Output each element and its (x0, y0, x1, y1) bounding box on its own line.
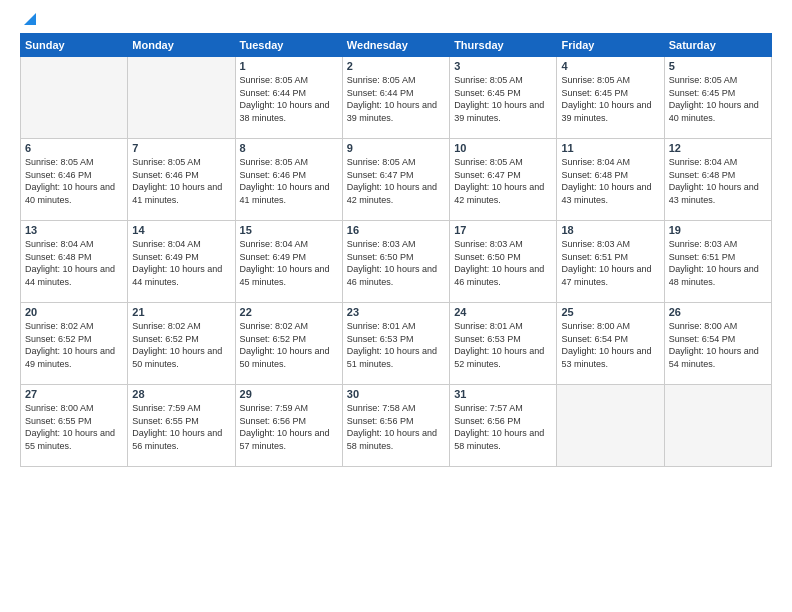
calendar-cell: 12Sunrise: 8:04 AM Sunset: 6:48 PM Dayli… (664, 139, 771, 221)
day-number: 25 (561, 306, 659, 318)
day-number: 15 (240, 224, 338, 236)
day-info: Sunrise: 8:04 AM Sunset: 6:48 PM Dayligh… (561, 156, 659, 206)
calendar-cell: 17Sunrise: 8:03 AM Sunset: 6:50 PM Dayli… (450, 221, 557, 303)
day-number: 26 (669, 306, 767, 318)
day-number: 14 (132, 224, 230, 236)
calendar-week-row: 27Sunrise: 8:00 AM Sunset: 6:55 PM Dayli… (21, 385, 772, 467)
day-number: 22 (240, 306, 338, 318)
calendar-cell: 31Sunrise: 7:57 AM Sunset: 6:56 PM Dayli… (450, 385, 557, 467)
day-info: Sunrise: 8:04 AM Sunset: 6:48 PM Dayligh… (25, 238, 123, 288)
calendar-week-row: 20Sunrise: 8:02 AM Sunset: 6:52 PM Dayli… (21, 303, 772, 385)
day-info: Sunrise: 8:01 AM Sunset: 6:53 PM Dayligh… (347, 320, 445, 370)
day-number: 11 (561, 142, 659, 154)
weekday-header-tuesday: Tuesday (235, 34, 342, 57)
calendar-cell: 7Sunrise: 8:05 AM Sunset: 6:46 PM Daylig… (128, 139, 235, 221)
day-info: Sunrise: 8:05 AM Sunset: 6:44 PM Dayligh… (347, 74, 445, 124)
day-number: 13 (25, 224, 123, 236)
weekday-header-row: SundayMondayTuesdayWednesdayThursdayFrid… (21, 34, 772, 57)
calendar-cell: 21Sunrise: 8:02 AM Sunset: 6:52 PM Dayli… (128, 303, 235, 385)
logo-wrapper (20, 15, 38, 27)
header (20, 15, 772, 23)
day-info: Sunrise: 7:59 AM Sunset: 6:56 PM Dayligh… (240, 402, 338, 452)
day-info: Sunrise: 8:03 AM Sunset: 6:50 PM Dayligh… (454, 238, 552, 288)
day-number: 5 (669, 60, 767, 72)
logo (20, 15, 38, 23)
calendar-cell (664, 385, 771, 467)
day-info: Sunrise: 8:04 AM Sunset: 6:49 PM Dayligh… (132, 238, 230, 288)
day-number: 4 (561, 60, 659, 72)
calendar-cell: 15Sunrise: 8:04 AM Sunset: 6:49 PM Dayli… (235, 221, 342, 303)
calendar-week-row: 13Sunrise: 8:04 AM Sunset: 6:48 PM Dayli… (21, 221, 772, 303)
day-number: 21 (132, 306, 230, 318)
day-number: 20 (25, 306, 123, 318)
day-number: 29 (240, 388, 338, 400)
page: SundayMondayTuesdayWednesdayThursdayFrid… (0, 0, 792, 612)
weekday-header-friday: Friday (557, 34, 664, 57)
calendar-cell: 30Sunrise: 7:58 AM Sunset: 6:56 PM Dayli… (342, 385, 449, 467)
weekday-header-saturday: Saturday (664, 34, 771, 57)
day-info: Sunrise: 8:05 AM Sunset: 6:47 PM Dayligh… (454, 156, 552, 206)
day-number: 23 (347, 306, 445, 318)
calendar-cell: 18Sunrise: 8:03 AM Sunset: 6:51 PM Dayli… (557, 221, 664, 303)
day-info: Sunrise: 7:59 AM Sunset: 6:55 PM Dayligh… (132, 402, 230, 452)
weekday-header-sunday: Sunday (21, 34, 128, 57)
day-number: 10 (454, 142, 552, 154)
day-number: 2 (347, 60, 445, 72)
day-info: Sunrise: 8:05 AM Sunset: 6:44 PM Dayligh… (240, 74, 338, 124)
day-info: Sunrise: 8:03 AM Sunset: 6:51 PM Dayligh… (669, 238, 767, 288)
calendar-cell (128, 57, 235, 139)
day-number: 6 (25, 142, 123, 154)
calendar-cell: 29Sunrise: 7:59 AM Sunset: 6:56 PM Dayli… (235, 385, 342, 467)
day-info: Sunrise: 8:05 AM Sunset: 6:46 PM Dayligh… (132, 156, 230, 206)
day-info: Sunrise: 8:03 AM Sunset: 6:50 PM Dayligh… (347, 238, 445, 288)
day-number: 31 (454, 388, 552, 400)
day-info: Sunrise: 8:05 AM Sunset: 6:46 PM Dayligh… (25, 156, 123, 206)
day-info: Sunrise: 8:00 AM Sunset: 6:55 PM Dayligh… (25, 402, 123, 452)
calendar-cell: 6Sunrise: 8:05 AM Sunset: 6:46 PM Daylig… (21, 139, 128, 221)
calendar-cell: 10Sunrise: 8:05 AM Sunset: 6:47 PM Dayli… (450, 139, 557, 221)
calendar-cell: 4Sunrise: 8:05 AM Sunset: 6:45 PM Daylig… (557, 57, 664, 139)
day-number: 8 (240, 142, 338, 154)
day-info: Sunrise: 8:00 AM Sunset: 6:54 PM Dayligh… (669, 320, 767, 370)
calendar-cell: 24Sunrise: 8:01 AM Sunset: 6:53 PM Dayli… (450, 303, 557, 385)
weekday-header-wednesday: Wednesday (342, 34, 449, 57)
day-info: Sunrise: 8:04 AM Sunset: 6:48 PM Dayligh… (669, 156, 767, 206)
calendar-cell: 23Sunrise: 8:01 AM Sunset: 6:53 PM Dayli… (342, 303, 449, 385)
day-number: 7 (132, 142, 230, 154)
calendar-cell: 25Sunrise: 8:00 AM Sunset: 6:54 PM Dayli… (557, 303, 664, 385)
svg-marker-0 (24, 13, 36, 25)
calendar-cell: 8Sunrise: 8:05 AM Sunset: 6:46 PM Daylig… (235, 139, 342, 221)
day-number: 30 (347, 388, 445, 400)
calendar-cell: 20Sunrise: 8:02 AM Sunset: 6:52 PM Dayli… (21, 303, 128, 385)
calendar-table: SundayMondayTuesdayWednesdayThursdayFrid… (20, 33, 772, 467)
calendar-cell (21, 57, 128, 139)
calendar-cell: 26Sunrise: 8:00 AM Sunset: 6:54 PM Dayli… (664, 303, 771, 385)
calendar-cell: 27Sunrise: 8:00 AM Sunset: 6:55 PM Dayli… (21, 385, 128, 467)
day-info: Sunrise: 8:05 AM Sunset: 6:45 PM Dayligh… (454, 74, 552, 124)
day-info: Sunrise: 7:57 AM Sunset: 6:56 PM Dayligh… (454, 402, 552, 452)
day-info: Sunrise: 8:02 AM Sunset: 6:52 PM Dayligh… (132, 320, 230, 370)
day-number: 12 (669, 142, 767, 154)
day-number: 3 (454, 60, 552, 72)
calendar-cell: 5Sunrise: 8:05 AM Sunset: 6:45 PM Daylig… (664, 57, 771, 139)
day-info: Sunrise: 8:05 AM Sunset: 6:45 PM Dayligh… (561, 74, 659, 124)
calendar-cell: 22Sunrise: 8:02 AM Sunset: 6:52 PM Dayli… (235, 303, 342, 385)
day-number: 9 (347, 142, 445, 154)
calendar-week-row: 6Sunrise: 8:05 AM Sunset: 6:46 PM Daylig… (21, 139, 772, 221)
calendar-cell (557, 385, 664, 467)
calendar-week-row: 1Sunrise: 8:05 AM Sunset: 6:44 PM Daylig… (21, 57, 772, 139)
day-info: Sunrise: 8:05 AM Sunset: 6:45 PM Dayligh… (669, 74, 767, 124)
calendar-cell: 11Sunrise: 8:04 AM Sunset: 6:48 PM Dayli… (557, 139, 664, 221)
day-number: 19 (669, 224, 767, 236)
calendar-cell: 13Sunrise: 8:04 AM Sunset: 6:48 PM Dayli… (21, 221, 128, 303)
day-number: 18 (561, 224, 659, 236)
day-number: 28 (132, 388, 230, 400)
day-info: Sunrise: 8:00 AM Sunset: 6:54 PM Dayligh… (561, 320, 659, 370)
day-number: 17 (454, 224, 552, 236)
calendar-cell: 9Sunrise: 8:05 AM Sunset: 6:47 PM Daylig… (342, 139, 449, 221)
calendar-cell: 14Sunrise: 8:04 AM Sunset: 6:49 PM Dayli… (128, 221, 235, 303)
day-info: Sunrise: 8:05 AM Sunset: 6:46 PM Dayligh… (240, 156, 338, 206)
calendar-cell: 3Sunrise: 8:05 AM Sunset: 6:45 PM Daylig… (450, 57, 557, 139)
weekday-header-monday: Monday (128, 34, 235, 57)
calendar-cell: 1Sunrise: 8:05 AM Sunset: 6:44 PM Daylig… (235, 57, 342, 139)
